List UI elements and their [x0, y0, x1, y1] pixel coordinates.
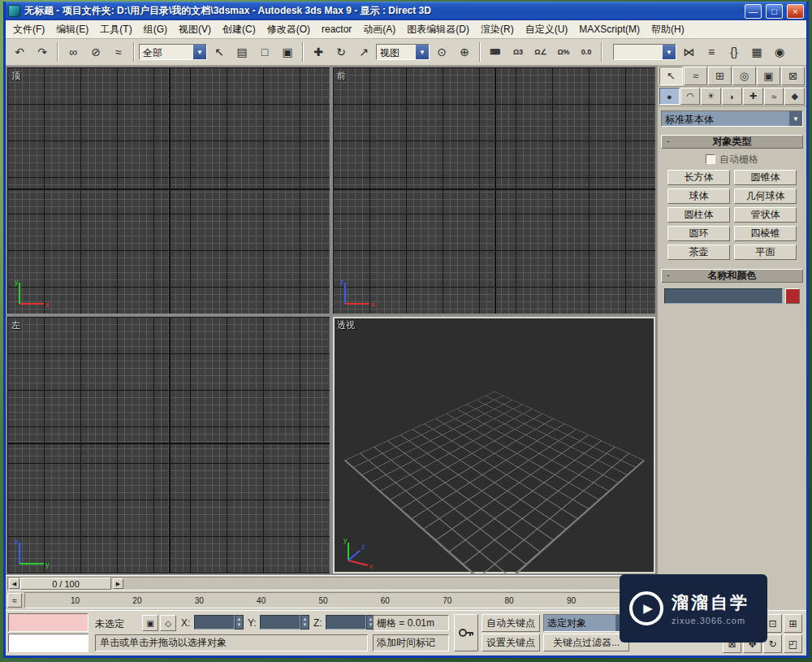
utilities-tab[interactable]: ⊠	[781, 67, 805, 85]
maximize-viewport-toggle-icon[interactable]: ◰	[784, 634, 802, 653]
geometry-category-icon[interactable]: ●	[659, 88, 680, 105]
menu-item[interactable]: reactor	[316, 21, 357, 37]
menu-item[interactable]: 动画(A)	[357, 20, 401, 39]
set-keys-button[interactable]	[454, 614, 478, 651]
close-button[interactable]: ×	[787, 4, 804, 19]
chevron-down-icon[interactable]: ▼	[663, 45, 676, 59]
named-selection-sets-dropdown[interactable]: ▼	[613, 44, 676, 60]
add-time-tag[interactable]: 添加时间标记	[373, 634, 449, 651]
object-type-button[interactable]: 圆锥体	[734, 170, 797, 185]
maxscript-listener-line[interactable]	[8, 634, 89, 652]
object-type-button[interactable]: 圆环	[667, 226, 730, 241]
object-type-button[interactable]: 茶壶	[667, 244, 730, 260]
viewport-label[interactable]: 透视	[337, 319, 355, 331]
auto-key-button[interactable]: 自动关键点	[482, 614, 540, 632]
cameras-category-icon[interactable]: ◗	[722, 88, 742, 105]
viewport-left[interactable]: 左 z y	[7, 317, 330, 573]
percent-snap-icon[interactable]: Ω%	[553, 41, 574, 63]
maxscript-macro-recorder-line[interactable]	[8, 613, 89, 632]
menu-item[interactable]: 创建(C)	[217, 20, 261, 39]
chevron-down-icon[interactable]: ▼	[416, 45, 429, 59]
viewport-top[interactable]: 顶 y x	[7, 67, 330, 314]
spinner-down-icon[interactable]: ▼	[237, 622, 242, 628]
window-crossing-icon[interactable]: ▣	[277, 41, 298, 63]
bind-to-spacewarp-icon[interactable]: ≈	[108, 41, 129, 63]
hierarchy-tab[interactable]: ⊞	[708, 67, 732, 85]
chevron-down-icon[interactable]: ▼	[193, 45, 206, 59]
keyboard-override-icon[interactable]: ⌨	[485, 41, 506, 63]
rect-selection-region-icon[interactable]: □	[254, 41, 275, 63]
angle-snap-icon[interactable]: Ω∠	[530, 41, 551, 63]
shapes-category-icon[interactable]: ◠	[680, 88, 701, 105]
spinner-up-icon[interactable]: ▲	[303, 617, 308, 622]
menu-item[interactable]: 自定义(U)	[520, 20, 574, 39]
selection-filter-dropdown[interactable]: 全部 ▼	[139, 44, 207, 60]
display-tab[interactable]: ▣	[757, 67, 780, 85]
undo-icon[interactable]: ↶	[9, 41, 30, 63]
time-slider-handle[interactable]: 0 / 100	[20, 578, 111, 590]
viewport-label[interactable]: 顶	[11, 70, 20, 82]
select-and-link-icon[interactable]: ∞	[63, 41, 84, 63]
viewport-label[interactable]: 左	[11, 319, 20, 331]
object-color-swatch[interactable]	[785, 288, 800, 304]
next-frame-button[interactable]: ▶	[113, 578, 123, 589]
object-type-button[interactable]: 长方体	[667, 170, 730, 185]
zoom-extents-all-icon[interactable]: ⊞	[784, 614, 802, 633]
helpers-category-icon[interactable]: ✚	[743, 88, 763, 105]
select-by-name-icon[interactable]: ▤	[231, 41, 253, 63]
snap-toggle-3d-icon[interactable]: Ω3	[508, 41, 529, 63]
align-icon[interactable]: ≡	[701, 41, 722, 63]
lock-selection-icon[interactable]: ▣	[142, 615, 158, 631]
track-bar-ruler[interactable]: 10 20 30 40 50 60 70 80	[24, 592, 654, 608]
select-scale-icon[interactable]: ↗	[353, 41, 374, 63]
y-spinner[interactable]: ▲▼	[300, 615, 309, 630]
lights-category-icon[interactable]: ☀	[701, 88, 721, 105]
motion-tab[interactable]: ◎	[732, 67, 756, 85]
object-name-field[interactable]	[664, 288, 783, 304]
menu-item[interactable]: 组(G)	[138, 20, 173, 39]
object-type-button[interactable]: 四棱锥	[734, 226, 797, 241]
menu-item[interactable]: 视图(V)	[173, 20, 217, 39]
subcategory-dropdown[interactable]: 标准基本体 ▼	[661, 110, 803, 127]
schematic-view-icon[interactable]: ▦	[746, 41, 767, 63]
create-tab[interactable]: ↖	[659, 67, 683, 85]
previous-frame-button[interactable]: ◀	[9, 578, 19, 589]
select-rotate-icon[interactable]: ↻	[330, 41, 352, 63]
maximize-button[interactable]: □	[766, 4, 783, 19]
select-move-icon[interactable]: ✚	[308, 41, 329, 63]
redo-icon[interactable]: ↷	[32, 41, 53, 63]
track-bar[interactable]: ≈ 10 20 30 40 50 60 70	[6, 591, 657, 610]
viewport-front[interactable]: 前 z x	[333, 67, 655, 314]
set-key-selection-dropdown[interactable]: 选定对象 ▼	[543, 614, 629, 632]
menu-item[interactable]: 修改器(O)	[261, 20, 316, 39]
menu-item[interactable]: 编辑(E)	[50, 20, 94, 39]
reference-coordinate-dropdown[interactable]: 视图 ▼	[376, 44, 430, 60]
object-type-button[interactable]: 几何球体	[734, 188, 797, 204]
curve-editor-icon[interactable]: {}	[723, 41, 745, 63]
select-object-icon[interactable]: ↖	[209, 41, 230, 63]
spinner-down-icon[interactable]: ▼	[303, 622, 308, 628]
viewport-perspective[interactable]: 透视 y x z	[333, 317, 655, 573]
menu-item[interactable]: 渲染(R)	[475, 20, 520, 39]
viewport-label[interactable]: 前	[337, 70, 346, 82]
object-type-button[interactable]: 平面	[734, 244, 797, 260]
select-manipulate-icon[interactable]: ⊕	[454, 41, 475, 63]
menu-item[interactable]: MAXScript(M)	[573, 21, 646, 37]
menu-item[interactable]: 文件(F)	[7, 20, 50, 39]
absolute-offset-toggle-icon[interactable]: ◇	[160, 615, 176, 631]
systems-category-icon[interactable]: ◆	[784, 88, 805, 105]
minimize-button[interactable]: —	[745, 4, 762, 19]
object-type-rollout-header[interactable]: - 对象类型	[661, 135, 803, 149]
x-spinner[interactable]: ▲▼	[235, 615, 244, 630]
mini-curve-editor-button[interactable]: ≈	[7, 593, 22, 608]
material-editor-icon[interactable]: ◉	[769, 41, 790, 63]
x-coordinate-field[interactable]	[194, 615, 235, 630]
use-pivot-center-icon[interactable]: ⊙	[431, 41, 452, 63]
object-type-button[interactable]: 管状体	[734, 207, 797, 223]
menu-item[interactable]: 帮助(H)	[646, 20, 690, 39]
key-filters-button[interactable]: 关键点过滤器...	[543, 634, 629, 651]
name-color-rollout-header[interactable]: - 名称和颜色	[661, 269, 803, 283]
autogrid-checkbox[interactable]	[706, 154, 715, 164]
unlink-selection-icon[interactable]: ⊘	[85, 41, 106, 63]
object-type-button[interactable]: 圆柱体	[667, 207, 730, 223]
